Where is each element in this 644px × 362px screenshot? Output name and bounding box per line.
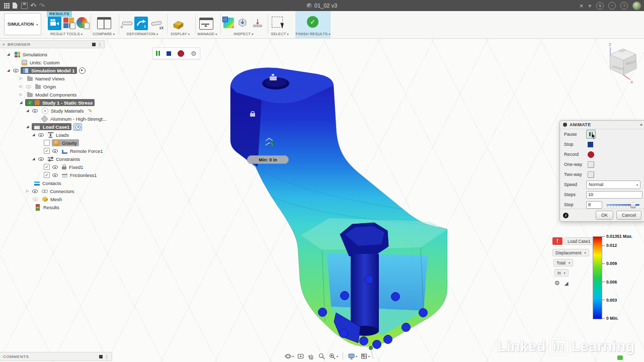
animate-dialog-titlebar[interactable]: ANIMATE » bbox=[560, 121, 644, 129]
comments-icon[interactable] bbox=[99, 355, 103, 358]
dialog-pause-button[interactable] bbox=[586, 130, 596, 139]
expander-icon[interactable]: ◢ bbox=[20, 101, 25, 105]
compare-icon[interactable] bbox=[97, 17, 111, 29]
visibility-eye-icon[interactable] bbox=[32, 188, 38, 194]
expander-icon[interactable]: ▷ bbox=[20, 93, 25, 97]
panel-options-icon[interactable] bbox=[92, 43, 96, 46]
tree-item-chip[interactable]: Origin bbox=[33, 83, 58, 90]
tree-item[interactable]: ✓Frictionless1 bbox=[0, 171, 105, 179]
animate-tool-button[interactable] bbox=[48, 17, 61, 30]
job-status-icon[interactable]: ↯ bbox=[596, 2, 604, 10]
expander-icon[interactable]: ◢ bbox=[7, 68, 13, 72]
display-icon[interactable] bbox=[172, 17, 185, 30]
record-button[interactable] bbox=[178, 50, 184, 57]
viewcube[interactable]: Z TOP FRONT RIGHT X bbox=[599, 40, 644, 85]
group-inspect[interactable]: INSPECT▾ bbox=[221, 32, 266, 36]
tree-item[interactable]: ◢Constraints bbox=[0, 155, 105, 163]
comments-bar[interactable]: COMMENTS ❘ bbox=[0, 352, 112, 361]
tree-item[interactable]: ✓Remote Force1 bbox=[0, 147, 105, 155]
tree-item-chip[interactable]: Named Views bbox=[25, 75, 66, 82]
fit-button[interactable]: ▾ bbox=[329, 352, 338, 360]
visibility-checkbox[interactable]: ✓ bbox=[44, 164, 50, 170]
tree-item-chip[interactable]: Loads bbox=[46, 131, 71, 138]
dialog-expand-icon[interactable]: » bbox=[640, 122, 641, 127]
help-icon[interactable]: ? bbox=[620, 2, 628, 10]
active-model-radio[interactable] bbox=[79, 67, 86, 74]
collapse-panel-icon[interactable]: « bbox=[3, 42, 5, 47]
component-select[interactable]: Total▾ bbox=[553, 259, 573, 266]
tree-item-chip[interactable]: Frictionless1 bbox=[60, 171, 99, 178]
user-avatar[interactable] bbox=[632, 2, 641, 10]
group-select[interactable]: SELECT▾ bbox=[268, 32, 292, 36]
tree-item[interactable]: Aluminum - High-Strengt... bbox=[0, 115, 105, 123]
tree-item[interactable]: Contacts bbox=[0, 179, 105, 187]
steps-input[interactable] bbox=[586, 191, 642, 199]
dialog-record-button[interactable] bbox=[588, 151, 594, 158]
expander-icon[interactable]: ◢ bbox=[26, 109, 32, 113]
probe-icon[interactable] bbox=[236, 17, 249, 29]
expander-icon[interactable]: ▷ bbox=[20, 84, 25, 88]
legend-scale-icon[interactable]: ◢ bbox=[565, 281, 569, 286]
finish-results-check-icon[interactable]: ✓ bbox=[307, 16, 318, 28]
measure-icon[interactable] bbox=[252, 19, 264, 28]
speed-select[interactable]: Normal ▾ bbox=[586, 180, 640, 189]
tree-item-chip[interactable]: Gravity bbox=[52, 139, 79, 146]
inspect-results-icon[interactable] bbox=[223, 18, 234, 28]
tree-item[interactable]: ◢Load Case1 bbox=[0, 123, 105, 131]
settings-gear-icon[interactable]: ⚙ bbox=[191, 50, 197, 57]
close-tab-icon[interactable]: × bbox=[580, 3, 584, 9]
tree-item-chip[interactable]: Study Materials bbox=[40, 107, 86, 114]
tree-item[interactable]: ✓Fixed1 bbox=[0, 163, 105, 171]
deformation-scaled-icon[interactable]: 1 bbox=[134, 17, 148, 30]
tree-item-chip[interactable]: Load Case1 bbox=[32, 123, 71, 130]
ok-button[interactable]: OK bbox=[596, 211, 613, 220]
tree-item-chip[interactable]: Fixed1 bbox=[60, 163, 86, 170]
expander-icon[interactable]: ▷ bbox=[26, 189, 32, 193]
unit-select[interactable]: in▾ bbox=[554, 269, 569, 277]
legend-settings-gear-icon[interactable]: ⚙ bbox=[554, 280, 560, 287]
tree-item[interactable]: Mesh bbox=[0, 195, 105, 203]
browser-header[interactable]: « BROWSER ❘ bbox=[0, 40, 105, 48]
group-compare[interactable]: COMPARE▾ bbox=[91, 32, 117, 36]
tree-item[interactable]: ▷Model Components bbox=[0, 90, 105, 99]
visibility-eye-icon[interactable] bbox=[32, 196, 39, 202]
expander-icon[interactable]: ◢ bbox=[32, 133, 38, 137]
tree-item-chip[interactable]: Connectors bbox=[40, 188, 76, 195]
display-settings-button[interactable]: ▾ bbox=[348, 352, 357, 360]
tree-item-chip[interactable]: Remote Force1 bbox=[60, 147, 105, 154]
tree-item-chip[interactable]: Contacts bbox=[32, 179, 63, 187]
group-deformation[interactable]: DEFORMATION▾ bbox=[120, 32, 165, 36]
tree-item[interactable]: Units: Custom bbox=[0, 58, 105, 66]
tree-item[interactable]: Results bbox=[0, 203, 105, 211]
one-way-checkbox[interactable] bbox=[588, 161, 594, 168]
tree-item[interactable]: ◢Loads bbox=[0, 131, 105, 139]
tree-item-chip[interactable]: Mesh bbox=[40, 196, 64, 203]
tree-item-chip[interactable]: Aluminum - High-Strengt... bbox=[39, 115, 109, 122]
group-display[interactable]: DISPLAY▾ bbox=[167, 32, 193, 36]
select-tool-icon[interactable] bbox=[272, 17, 283, 28]
slider-handle[interactable] bbox=[630, 202, 636, 208]
group-result-tools[interactable]: RESULT TOOLS▾ bbox=[45, 32, 88, 36]
result-type-select[interactable]: Displacement▾ bbox=[552, 249, 589, 256]
visibility-eye-icon[interactable] bbox=[25, 83, 32, 89]
two-way-checkbox[interactable] bbox=[588, 171, 594, 178]
look-at-button[interactable] bbox=[297, 352, 304, 360]
load-case-warning-icon[interactable]: ! bbox=[552, 237, 562, 245]
visibility-eye-icon[interactable] bbox=[13, 67, 19, 73]
tree-item[interactable]: ▷Origin bbox=[0, 82, 105, 90]
deformation-actual-icon[interactable]: 1X bbox=[150, 18, 163, 28]
visibility-checkbox[interactable]: ✓ bbox=[44, 148, 50, 154]
new-tab-icon[interactable]: + bbox=[588, 3, 592, 9]
pause-button[interactable] bbox=[156, 51, 160, 56]
expander-icon[interactable]: ◢ bbox=[7, 52, 13, 56]
edit-icon[interactable]: ✎ bbox=[88, 108, 92, 114]
panel-grip-icon[interactable]: ❘ bbox=[98, 42, 102, 47]
group-finish-results[interactable]: FINISH RESULTS▾ bbox=[293, 32, 333, 36]
undo-button[interactable]: ↶▾ bbox=[31, 3, 37, 9]
visibility-eye-icon[interactable] bbox=[52, 148, 58, 154]
tree-item-chip[interactable]: Simulations bbox=[13, 51, 49, 58]
deformation-zero-icon[interactable]: 0 bbox=[122, 19, 133, 28]
step-input[interactable] bbox=[586, 201, 602, 209]
visibility-eye-icon[interactable] bbox=[32, 108, 38, 114]
tree-item-chip[interactable]: Simulation Model 1 bbox=[21, 67, 77, 74]
